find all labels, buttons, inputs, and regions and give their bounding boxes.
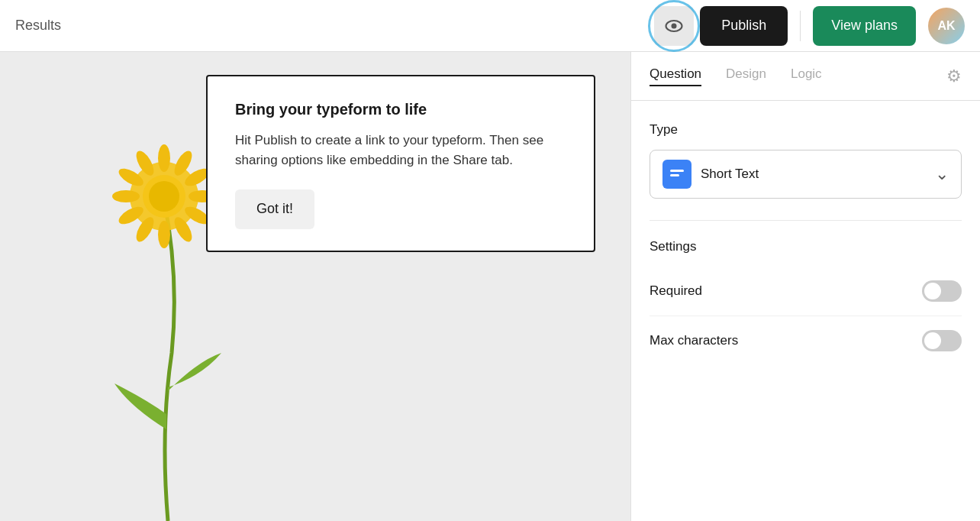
max-characters-toggle[interactable] bbox=[922, 330, 962, 351]
chevron-down-icon: ⌄ bbox=[935, 164, 949, 184]
panel-content: Type Short Text ⌄ Settings Required bbox=[631, 101, 980, 521]
required-row: Required bbox=[650, 267, 962, 316]
type-label: Type bbox=[650, 122, 962, 138]
view-plans-button[interactable]: View plans bbox=[813, 6, 916, 46]
header: Results Publish View plans AK bbox=[0, 0, 980, 52]
popup-body: Hit Publish to create a link to your typ… bbox=[235, 131, 566, 171]
svg-point-3 bbox=[158, 144, 170, 172]
svg-point-9 bbox=[158, 221, 170, 248]
tab-question[interactable]: Question bbox=[650, 66, 701, 86]
eye-icon bbox=[663, 15, 685, 37]
required-label: Required bbox=[650, 283, 702, 299]
svg-point-12 bbox=[112, 190, 140, 202]
canvas: Bring your typeform to life Hit Publish … bbox=[0, 52, 630, 521]
tabs: Question Design Logic ⚙ bbox=[631, 52, 980, 101]
max-characters-label: Max characters bbox=[650, 333, 738, 348]
svg-point-16 bbox=[149, 181, 179, 212]
avatar[interactable]: AK bbox=[928, 8, 965, 44]
svg-rect-17 bbox=[670, 170, 684, 172]
settings-gear-icon[interactable]: ⚙ bbox=[946, 66, 962, 86]
right-panel: Question Design Logic ⚙ Type Short Text … bbox=[630, 52, 980, 521]
results-label: Results bbox=[15, 18, 654, 34]
preview-button[interactable] bbox=[654, 6, 694, 46]
type-settings-divider bbox=[650, 220, 962, 221]
settings-label: Settings bbox=[650, 239, 962, 254]
got-it-button[interactable]: Got it! bbox=[235, 189, 314, 229]
popup: Bring your typeform to life Hit Publish … bbox=[206, 75, 595, 252]
svg-point-1 bbox=[672, 23, 677, 28]
max-characters-row: Max characters bbox=[650, 316, 962, 365]
short-text-icon bbox=[669, 166, 685, 183]
type-value: Short Text bbox=[701, 167, 935, 182]
tab-logic[interactable]: Logic bbox=[791, 66, 822, 86]
type-icon bbox=[662, 160, 691, 189]
header-divider bbox=[800, 11, 801, 41]
popup-title: Bring your typeform to life bbox=[235, 101, 566, 118]
required-toggle[interactable] bbox=[922, 280, 962, 302]
svg-rect-18 bbox=[670, 174, 679, 176]
publish-button[interactable]: Publish bbox=[700, 6, 788, 46]
header-actions: Publish View plans AK bbox=[654, 6, 965, 46]
main: Bring your typeform to life Hit Publish … bbox=[0, 52, 980, 521]
tab-design[interactable]: Design bbox=[726, 66, 766, 86]
preview-wrap bbox=[654, 6, 694, 46]
type-dropdown[interactable]: Short Text ⌄ bbox=[650, 150, 962, 199]
